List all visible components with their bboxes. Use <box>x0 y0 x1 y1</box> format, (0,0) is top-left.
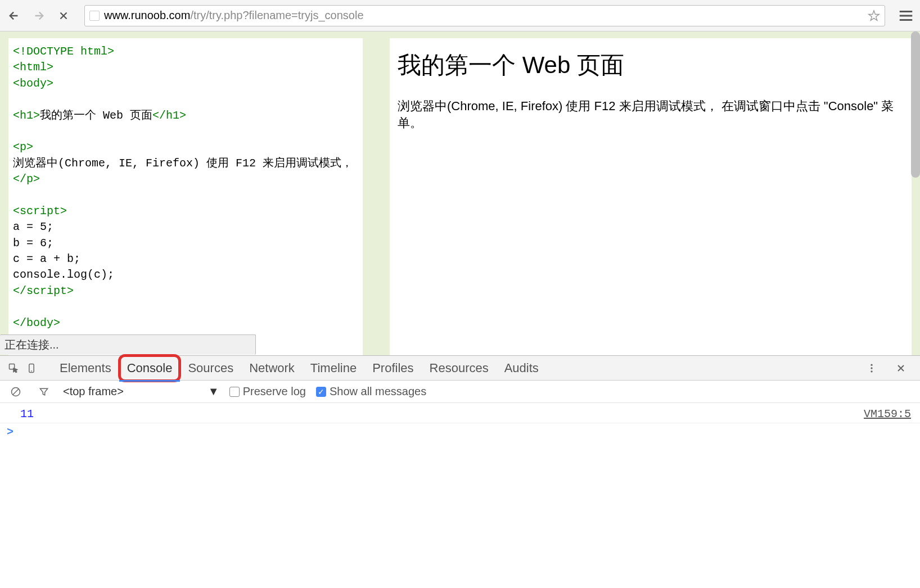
preview-heading: 我的第一个 Web 页面 <box>398 49 904 81</box>
url-text: www.runoob.com/try/try.php?filename=tryj… <box>104 9 863 22</box>
svg-point-4 <box>871 367 872 369</box>
svg-line-7 <box>13 389 19 395</box>
preserve-log-checkbox[interactable]: Preserve log <box>229 385 306 398</box>
tab-network[interactable]: Network <box>241 355 303 381</box>
devtools-more-icon[interactable] <box>863 359 881 377</box>
clear-console-icon[interactable] <box>7 383 25 401</box>
scrollbar[interactable] <box>911 31 920 178</box>
preview-paragraph: 浏览器中(Chrome, IE, Firefox) 使用 F12 来启用调试模式… <box>398 98 904 131</box>
console-value: 11 <box>20 408 34 420</box>
tab-profiles[interactable]: Profiles <box>364 355 421 381</box>
svg-point-5 <box>871 370 872 372</box>
status-bar: 正在连接... <box>0 334 256 355</box>
tab-resources[interactable]: Resources <box>422 355 497 381</box>
console-output: 11 VM159:5 > <box>0 403 920 443</box>
tab-elements[interactable]: Elements <box>52 355 119 381</box>
preview-panel: 我的第一个 Web 页面 浏览器中(Chrome, IE, Firefox) 使… <box>390 38 912 355</box>
url-bar[interactable]: www.runoob.com/try/try.php?filename=tryj… <box>84 5 885 26</box>
inspect-element-icon[interactable] <box>4 359 22 377</box>
tab-console[interactable]: Console <box>119 355 181 381</box>
stop-reload-button[interactable] <box>55 7 72 24</box>
filter-icon[interactable] <box>35 383 53 401</box>
chevron-down-icon: ▼ <box>208 385 219 398</box>
browser-toolbar: www.runoob.com/try/try.php?filename=tryj… <box>0 0 920 31</box>
console-toolbar: <top frame> ▼ Preserve log ✓ Show all me… <box>0 381 920 403</box>
page-icon <box>89 11 100 21</box>
device-mode-icon[interactable] <box>22 359 40 377</box>
back-button[interactable] <box>6 7 22 24</box>
devtools-panel: ElementsConsoleSourcesNetworkTimelinePro… <box>0 355 920 443</box>
svg-point-3 <box>871 364 872 365</box>
devtools-close-icon[interactable] <box>892 359 910 377</box>
context-selector[interactable]: <top frame> ▼ <box>63 385 219 398</box>
code-editor-panel[interactable]: <!DOCTYPE html><html><body> <h1>我的第一个 We… <box>8 38 363 355</box>
console-prompt[interactable]: > <box>0 423 920 441</box>
bookmark-star-icon[interactable] <box>868 10 880 22</box>
tab-sources[interactable]: Sources <box>180 355 241 381</box>
forward-button[interactable] <box>30 7 47 24</box>
console-log-row: 11 VM159:5 <box>0 405 920 423</box>
tab-audits[interactable]: Audits <box>497 355 547 381</box>
show-all-messages-checkbox[interactable]: ✓ Show all messages <box>316 385 426 398</box>
tab-timeline[interactable]: Timeline <box>303 355 364 381</box>
hamburger-menu-icon[interactable] <box>898 7 914 24</box>
page-content-area: <!DOCTYPE html><html><body> <h1>我的第一个 We… <box>0 31 920 355</box>
devtools-tab-bar: ElementsConsoleSourcesNetworkTimelinePro… <box>0 356 920 381</box>
console-source-link[interactable]: VM159:5 <box>864 408 911 420</box>
